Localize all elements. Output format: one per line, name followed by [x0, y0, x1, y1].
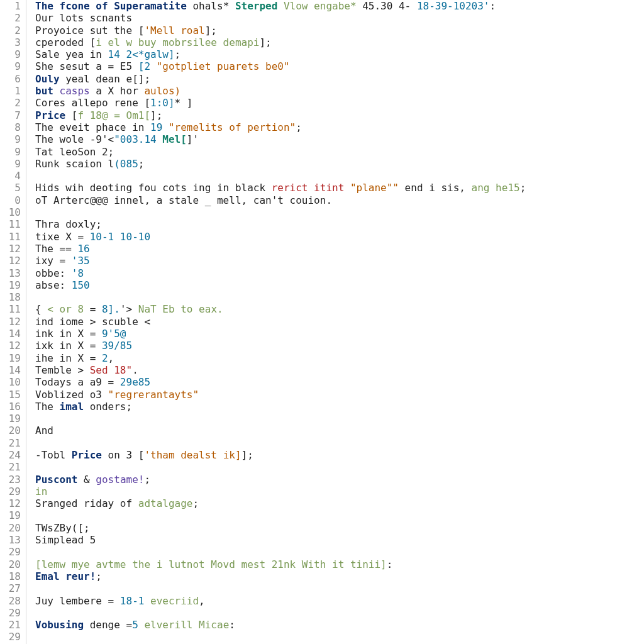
code-line[interactable]: [35, 582, 644, 594]
code-line[interactable]: Voblized o3 "regrerantayts": [35, 389, 644, 401]
code-line[interactable]: [35, 291, 644, 303]
code-line[interactable]: ind iome > scuble <: [35, 316, 644, 328]
code-line[interactable]: The == 16: [35, 243, 644, 255]
code-line[interactable]: -Tobl Price on 3 ['tham dealst ik]];: [35, 449, 644, 461]
token-pl: ixy =: [35, 255, 72, 267]
code-line[interactable]: The imal onders;: [35, 401, 644, 413]
code-line[interactable]: { < or 8 = 8].'> NaT Eb to eax.: [35, 303, 644, 315]
code-line[interactable]: tixe X = 10-1 10-10: [35, 231, 644, 243]
code-line[interactable]: [35, 607, 644, 619]
code-line[interactable]: Proyoice sut the ['Mell roal];: [35, 25, 644, 36]
code-line[interactable]: Our lots scnants: [35, 12, 644, 24]
code-line[interactable]: Hids wih deoting fou cots ing in black r…: [35, 182, 644, 194]
code-line[interactable]: Cores allepo rene [1:0]* ]: [35, 97, 644, 109]
line-number: 20: [0, 558, 26, 570]
line-number: 11: [0, 218, 26, 230]
line-number: 19: [0, 279, 26, 291]
code-line[interactable]: TWsZBy([;: [35, 522, 644, 534]
token-pl: Tat leoSon 2;: [35, 146, 114, 158]
code-line[interactable]: [35, 413, 644, 425]
token-com: elverill Micae: [144, 619, 229, 631]
token-num: 14 2<*galw]: [108, 48, 175, 60]
token-com: ang he15: [472, 182, 520, 194]
token-pl: '>: [120, 303, 138, 315]
token-pl: And: [35, 425, 53, 436]
code-line[interactable]: oT Arterc@@@ innel, a stale _ mell, can'…: [35, 194, 644, 206]
line-number: 21: [0, 461, 26, 473]
code-line[interactable]: [35, 206, 644, 218]
code-editor[interactable]: 1223996127899945010111112121319181112141…: [0, 0, 644, 644]
token-pl: &: [77, 474, 96, 486]
code-line[interactable]: Price [f 18@ = Om1[];: [35, 109, 644, 121]
code-line[interactable]: abse: 150: [35, 279, 644, 291]
code-area[interactable]: The fcone of Superamatite ohals* Sterped…: [26, 0, 644, 644]
line-number: 2: [0, 97, 26, 109]
token-com: adtalgage: [138, 497, 193, 509]
code-line[interactable]: Thra doxly;: [35, 218, 644, 230]
line-number: 12: [0, 316, 26, 328]
code-line[interactable]: [35, 461, 644, 473]
code-line[interactable]: [35, 437, 644, 449]
code-line[interactable]: [35, 509, 644, 521]
token-str: aulos): [144, 85, 180, 97]
token-num: '8: [72, 267, 84, 279]
code-line[interactable]: The eveit phace in 19 "remelits of perti…: [35, 121, 644, 133]
code-line[interactable]: ixy = '35: [35, 255, 644, 267]
line-number: 18: [0, 570, 26, 582]
code-line[interactable]: in: [35, 486, 644, 497]
line-number: 24: [0, 449, 26, 461]
token-num: 150: [72, 279, 90, 291]
line-number: 6: [0, 73, 26, 85]
code-line[interactable]: cperoded [i el w buy mobrsilee demapi];: [35, 36, 644, 48]
token-pl: ];: [150, 109, 162, 121]
token-kw: Price: [72, 449, 102, 461]
line-number: 14: [0, 364, 26, 376]
code-line[interactable]: She sesut a = E5 [2 "gotpliet puarets be…: [35, 60, 644, 72]
token-pl: Thra doxly;: [35, 218, 102, 230]
token-num: 29e85: [120, 376, 150, 388]
token-pl: ,: [108, 352, 114, 364]
token-pl: ];: [259, 36, 271, 48]
line-number: 10: [0, 206, 26, 218]
token-pl: Voblized o3: [35, 389, 108, 401]
code-line[interactable]: [35, 170, 644, 182]
code-line[interactable]: Ouly yeal dean e[];: [35, 73, 644, 85]
code-line[interactable]: [lemw mye avtme the i lutnot Movd mest 2…: [35, 558, 644, 570]
code-line[interactable]: ink in X = 9'5@: [35, 328, 644, 340]
code-line[interactable]: [35, 631, 644, 643]
line-number: 0: [0, 194, 26, 206]
code-line[interactable]: ihe in X = 2,: [35, 352, 644, 364]
code-line[interactable]: Emal reur!;: [35, 570, 644, 582]
token-pl: denge =: [90, 619, 132, 631]
code-line[interactable]: obbe: '8: [35, 267, 644, 279]
code-line[interactable]: Vobusing denge =5 elverill Micae:: [35, 619, 644, 631]
token-com: in: [35, 486, 47, 497]
token-pl: tixe X =: [35, 231, 90, 243]
code-line[interactable]: [35, 546, 644, 558]
token-str: 'tham dealst ik]: [144, 449, 241, 461]
token-err: Sed 18": [90, 364, 132, 376]
token-num: 9'5@: [102, 328, 126, 340]
line-number: 29: [0, 546, 26, 558]
code-line[interactable]: Simplead 5: [35, 534, 644, 546]
code-line[interactable]: Temble > Sed 18".: [35, 364, 644, 376]
code-line[interactable]: Runk scaion l(085;: [35, 158, 644, 170]
code-line[interactable]: Todays a a9 = 29e85: [35, 376, 644, 388]
token-pl: 45.30 4-: [357, 0, 417, 12]
token-pl: The ==: [35, 243, 77, 255]
token-pl: yeal dean e[];: [60, 73, 151, 85]
code-line[interactable]: Juy lembere = 18-1 evecriid,: [35, 595, 644, 607]
line-number: 20: [0, 522, 26, 534]
code-line[interactable]: The wole -9'<"003.14 Mel[]': [35, 133, 644, 145]
code-line[interactable]: The fcone of Superamatite ohals* Sterped…: [35, 0, 644, 12]
code-line[interactable]: Puscont & gostame!;: [35, 474, 644, 486]
code-line[interactable]: Tat leoSon 2;: [35, 146, 644, 158]
code-line[interactable]: Sranged riday of adtalgage;: [35, 497, 644, 509]
code-line[interactable]: Sale yea in 14 2<*galw];: [35, 48, 644, 60]
token-pl: end i sis,: [399, 182, 472, 194]
line-number: 12: [0, 243, 26, 255]
code-line[interactable]: but casps a X hor aulos): [35, 85, 644, 97]
token-kw: Ouly: [35, 73, 60, 85]
code-line[interactable]: And: [35, 425, 644, 436]
code-line[interactable]: ixk in X = 39/85: [35, 340, 644, 352]
